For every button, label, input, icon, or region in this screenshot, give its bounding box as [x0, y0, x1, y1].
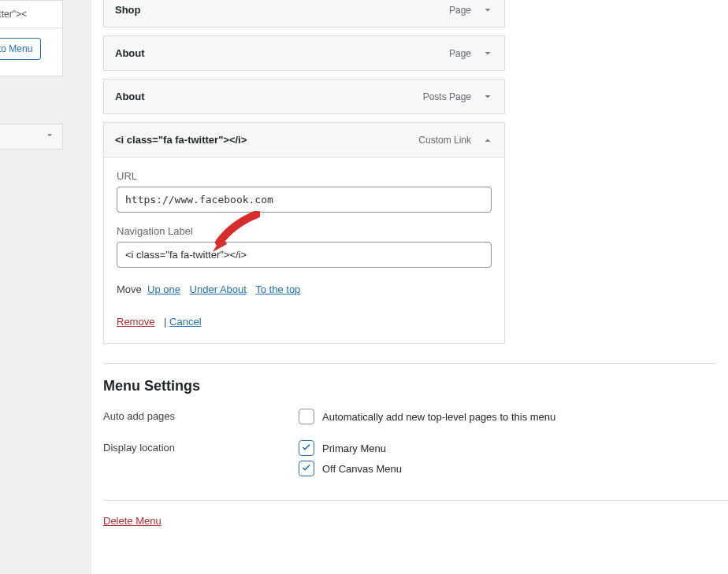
truncated-text: witter">< — [0, 1, 62, 28]
display-location-label: Display location — [103, 440, 299, 454]
move-to-top-link[interactable]: To the top — [255, 283, 300, 295]
accordion-panel-fragment: witter">< to Menu — [0, 0, 63, 76]
off-canvas-menu-checkbox[interactable] — [299, 461, 314, 476]
off-canvas-menu-label: Off Canvas Menu — [322, 463, 402, 475]
navigation-label-input[interactable] — [117, 242, 492, 268]
primary-menu-label: Primary Menu — [322, 443, 386, 454]
move-label: Move — [117, 283, 142, 295]
menu-settings-heading: Menu Settings — [103, 378, 728, 394]
caret-down-icon[interactable] — [482, 91, 493, 102]
menu-editor-main: Shop Page About Page About Posts Page <i… — [91, 0, 728, 574]
menu-item-header[interactable]: <i class="fa fa-twitter"></i> Custom Lin… — [104, 123, 504, 157]
menu-item-title: <i class="fa fa-twitter"></i> — [115, 134, 418, 146]
add-to-menu-button[interactable]: to Menu — [0, 38, 41, 60]
menu-item-type: Posts Page — [423, 91, 471, 102]
caret-down-icon — [45, 131, 54, 140]
navigation-label-label: Navigation Label — [117, 225, 492, 237]
caret-up-icon[interactable] — [482, 135, 493, 146]
primary-menu-checkbox[interactable] — [299, 440, 314, 456]
auto-add-pages-label: Auto add pages — [103, 409, 299, 422]
menu-item[interactable]: About Page — [103, 35, 505, 71]
menu-item-expanded: <i class="fa fa-twitter"></i> Custom Lin… — [103, 122, 505, 344]
auto-add-checkbox[interactable] — [299, 409, 314, 424]
url-label: URL — [117, 170, 492, 182]
menu-item-type: Custom Link — [418, 135, 471, 146]
menu-item-title: About — [115, 47, 449, 59]
auto-add-text: Automatically add new top-level pages to… — [322, 411, 555, 423]
delete-menu-link[interactable]: Delete Menu — [103, 515, 162, 527]
caret-down-icon[interactable] — [482, 5, 493, 16]
separator: | — [164, 316, 169, 328]
move-under-link[interactable]: Under About — [190, 283, 247, 295]
caret-down-icon[interactable] — [482, 48, 493, 59]
divider — [103, 363, 716, 364]
menu-item-title: Shop — [115, 4, 449, 16]
menu-item[interactable]: Shop Page — [103, 0, 505, 28]
cancel-link[interactable]: Cancel — [169, 316, 201, 328]
remove-link[interactable]: Remove — [117, 316, 154, 328]
menu-item-type: Page — [449, 5, 471, 16]
menu-item-title: About — [115, 91, 423, 102]
menu-item[interactable]: About Posts Page — [103, 79, 505, 114]
move-row: Move Up one Under About To the top — [117, 283, 492, 295]
url-input[interactable] — [117, 187, 492, 213]
menu-item-type: Page — [449, 48, 471, 59]
move-up-one-link[interactable]: Up one — [147, 283, 180, 295]
accordion-collapse-toggle[interactable] — [0, 124, 63, 150]
